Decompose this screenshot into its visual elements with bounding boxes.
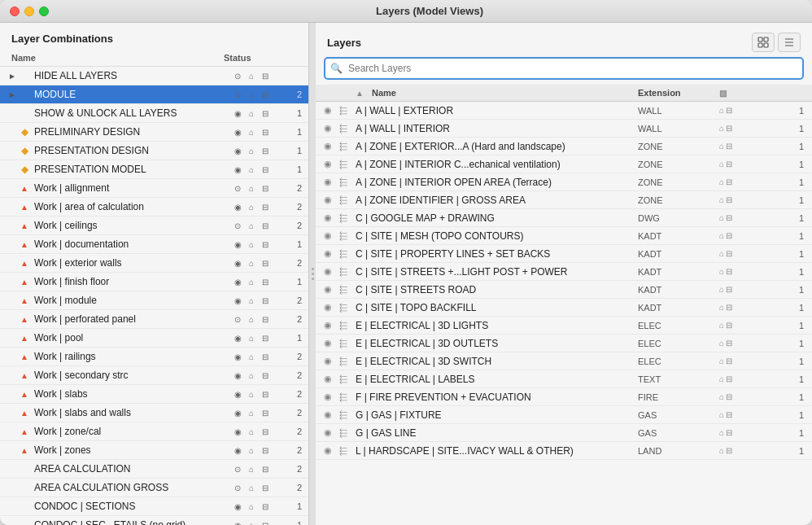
item-status-icons: ◉ ⌂ ⊟ — [232, 502, 289, 511]
layer-combination-item[interactable]: ▲ Work | documentation ◉ ⌂ ⊟ 1 — [0, 235, 308, 254]
sort-indicator[interactable]: ▲ — [356, 89, 369, 98]
layer-combination-item[interactable]: ▲ Work | ceilings ⊙ ⌂ ⊟ 2 — [0, 217, 308, 235]
layer-combination-item[interactable]: ▲ Work | secondary strc ◉ ⌂ ⊟ 2 — [0, 366, 308, 385]
folder-icon: ⊟ — [260, 90, 271, 99]
lock-icon: ⌂ — [246, 165, 257, 174]
table-row[interactable]: ◉ ⬱ E | ELECTRICAL | 3D SWITCH ELEC ⌂ ⊟ … — [316, 352, 812, 370]
table-row[interactable]: ◉ ⬱ A | WALL | INTERIOR WALL ⌂ ⊟ 1 — [316, 120, 812, 138]
minimize-button[interactable] — [24, 7, 34, 16]
row-layer-icon: ⬱ — [339, 248, 352, 259]
table-row[interactable]: ◉ ⬱ F | FIRE PREVENTION + EVACUATION FIR… — [316, 388, 812, 406]
layer-combination-item[interactable]: ◆ PRESENTATION MODEL ◉ ⌂ ⊟ 1 — [0, 160, 308, 179]
row-lock-icon: ⌂ — [719, 428, 724, 437]
table-row[interactable]: ◉ ⬱ C | SITE | STREETS +...LIGHT POST + … — [316, 263, 812, 281]
layer-combination-item[interactable]: ▲ Work | zone/cal ◉ ⌂ ⊟ 2 — [0, 422, 308, 441]
layer-combination-item[interactable]: ▲ Work | slabs and walls ◉ ⌂ ⊟ 2 — [0, 404, 308, 422]
window-title: Layers (Model Views) — [57, 5, 802, 17]
search-input[interactable] — [324, 57, 804, 80]
row-lock-icon: ⌂ — [719, 285, 724, 294]
lock-icon: ⌂ — [246, 90, 257, 99]
table-row[interactable]: ◉ ⬱ C | SITE | PROPERTY LINES + SET BACK… — [316, 245, 812, 263]
table-row[interactable]: ◉ ⬱ E | ELECTRICAL | LABELS TEXT ⌂ ⊟ 1 — [316, 370, 812, 388]
row-eye-icon: ◉ — [324, 392, 337, 402]
close-button[interactable] — [10, 7, 20, 16]
table-row[interactable]: ◉ ⬱ A | ZONE IDENTIFIER | GROSS AREA ZON… — [316, 191, 812, 209]
item-status-icons: ⊙ ⌂ ⊟ — [232, 184, 289, 193]
row-folder-icon: ⊟ — [726, 267, 732, 276]
table-row[interactable]: ◉ ⬱ A | ZONE | EXTERIOR...A (Hard and la… — [316, 138, 812, 155]
row-num: 1 — [784, 267, 804, 277]
layer-combination-item[interactable]: AREA CALCULATION GROSS ⊙ ⌂ ⊟ 2 — [0, 479, 308, 497]
layer-combination-item[interactable]: ► MODULE ⊙ ⌂ ⊟ 2 — [0, 85, 308, 104]
list-view-button[interactable] — [778, 33, 801, 52]
item-status-icons: ◉ ⌂ ⊟ — [232, 427, 289, 436]
table-row[interactable]: ◉ ⬱ L | HARDSCAPE | SITE...IVACY WALL & … — [316, 442, 812, 460]
table-row[interactable]: ◉ ⬱ E | ELECTRICAL | 3D OUTLETS ELEC ⌂ ⊟… — [316, 335, 812, 352]
row-folder-icon: ⊟ — [726, 321, 732, 330]
row-eye-icon: ◉ — [324, 427, 337, 438]
table-row[interactable]: ◉ ⬱ C | SITE | STREETS ROAD KADT ⌂ ⊟ 1 — [316, 281, 812, 299]
layer-name: A | WALL | INTERIOR — [356, 123, 638, 134]
eye-icon: ◉ — [232, 352, 243, 361]
layer-extension: KADT — [638, 285, 719, 295]
layer-combination-item[interactable]: ▲ Work | allignment ⊙ ⌂ ⊟ 2 — [0, 179, 308, 198]
eye-icon: ◉ — [232, 109, 243, 118]
layer-name: E | ELECTRICAL | LABELS — [356, 374, 638, 385]
layer-combination-item[interactable]: CONDOC | SECTIONS ◉ ⌂ ⊟ 1 — [0, 497, 308, 516]
table-row[interactable]: ◉ ⬱ C | SITE | TOPO BACKFILL KADT ⌂ ⊟ 1 — [316, 299, 812, 317]
layer-combination-item[interactable]: ◆ PRELIMINARY DESIGN ◉ ⌂ ⊟ 1 — [0, 123, 308, 142]
item-num: 2 — [289, 445, 302, 455]
search-bar: 🔍 — [324, 57, 804, 80]
layer-combination-item[interactable]: ▲ Work | perforated panel ⊙ ⌂ ⊟ 2 — [0, 310, 308, 329]
grid-view-button[interactable] — [752, 33, 775, 52]
left-panel-header: Layer Combinations — [0, 23, 308, 50]
layer-combination-item[interactable]: ▲ Work | module ◉ ⌂ ⊟ 2 — [0, 291, 308, 310]
th-name[interactable]: Name — [372, 88, 638, 98]
row-folder-icon: ⊟ — [726, 392, 732, 401]
row-layer-icon: ⬱ — [339, 392, 352, 402]
layer-combination-item[interactable]: SHOW & UNLOCK ALL LAYERS ◉ ⌂ ⊟ 1 — [0, 104, 308, 123]
maximize-button[interactable] — [39, 7, 49, 16]
layer-combination-item[interactable]: ◆ PRESENTATION DESIGN ◉ ⌂ ⊟ 1 — [0, 142, 308, 160]
layer-extension: GAS — [638, 428, 719, 438]
item-status-icons: ◉ ⌂ ⊟ — [232, 352, 289, 361]
table-row[interactable]: ◉ ⬱ G | GAS LINE GAS ⌂ ⊟ 1 — [316, 424, 812, 442]
layer-combination-item[interactable]: CONDOC | SEC...ETAILS (no grid) ◉ ⌂ ⊟ 1 — [0, 516, 308, 525]
table-row[interactable]: ◉ ⬱ G | GAS | FIXTURE GAS ⌂ ⊟ 1 — [316, 406, 812, 424]
resize-handle[interactable] — [309, 23, 316, 525]
layer-combination-item[interactable]: ► HIDE ALL LAYERS ⊙ ⌂ ⊟ — [0, 67, 308, 85]
item-status-icons: ◉ ⌂ ⊟ — [232, 334, 289, 343]
eye-icon: ⊙ — [232, 72, 243, 81]
table-row[interactable]: ◉ ⬱ A | ZONE | INTERIOR C...echanical ve… — [316, 155, 812, 173]
item-num: 2 — [289, 314, 302, 324]
table-row[interactable]: ◉ ⬱ E | ELECTRICAL | 3D LIGHTS ELEC ⌂ ⊟ … — [316, 317, 812, 335]
triangle-icon: ▲ — [18, 369, 31, 382]
layer-combination-item[interactable]: ▲ Work | slabs ◉ ⌂ ⊟ 2 — [0, 385, 308, 404]
row-status-icons: ⌂ ⊟ — [719, 321, 784, 330]
layer-combination-item[interactable]: ▲ Work | exterior walls ◉ ⌂ ⊟ 2 — [0, 254, 308, 273]
folder-icon: ⊟ — [260, 109, 271, 118]
row-status-icons: ⌂ ⊟ — [719, 142, 784, 151]
item-label: Work | ceilings — [34, 220, 232, 231]
table-row[interactable]: ◉ ⬱ C | GOOGLE MAP + DRAWING DWG ⌂ ⊟ 1 — [316, 209, 812, 227]
lock-icon: ⌂ — [246, 390, 257, 399]
item-label: SHOW & UNLOCK ALL LAYERS — [34, 107, 232, 119]
layer-combination-item[interactable]: ▲ Work | zones ◉ ⌂ ⊟ 2 — [0, 441, 308, 460]
layer-combination-item[interactable]: ▲ Work | finish floor ◉ ⌂ ⊟ 1 — [0, 273, 308, 291]
th-extension[interactable]: Extension — [638, 88, 719, 98]
layer-combination-item[interactable]: AREA CALCULATION ⊙ ⌂ ⊟ 2 — [0, 460, 308, 479]
table-row[interactable]: ◉ ⬱ A | ZONE | INTERIOR OPEN AREA (Terra… — [316, 173, 812, 191]
layer-combination-item[interactable]: ▲ Work | pool ◉ ⌂ ⊟ 1 — [0, 329, 308, 348]
row-folder-icon: ⊟ — [726, 106, 732, 115]
table-row[interactable]: ◉ ⬱ A | WALL | EXTERIOR WALL ⌂ ⊟ 1 — [316, 102, 812, 120]
folder-icon: ⊟ — [260, 502, 271, 511]
layer-combination-item[interactable]: ▲ Work | area of calculation ◉ ⌂ ⊟ 2 — [0, 198, 308, 217]
layer-combination-item[interactable]: ▲ Work | railings ◉ ⌂ ⊟ 2 — [0, 348, 308, 366]
row-folder-icon: ⊟ — [726, 339, 732, 348]
table-row[interactable]: ◉ ⬱ C | SITE | MESH (TOPO CONTOURS) KADT… — [316, 227, 812, 245]
lock-icon: ⌂ — [246, 278, 257, 287]
row-layer-icon: ⬱ — [339, 123, 352, 133]
row-num: 1 — [784, 249, 804, 259]
row-num: 1 — [784, 231, 804, 241]
row-layer-icon: ⬱ — [339, 177, 352, 187]
